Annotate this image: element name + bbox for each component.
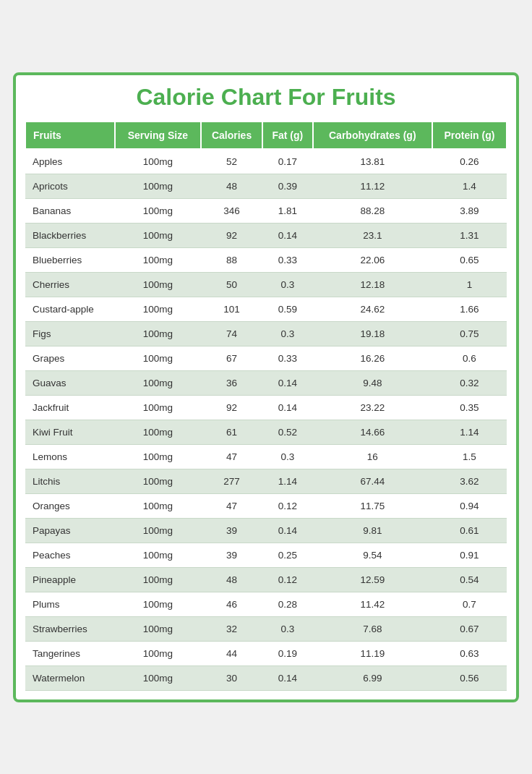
cell-1-2: 48: [201, 174, 262, 198]
cell-12-3: 0.3: [262, 444, 313, 469]
cell-17-2: 48: [201, 567, 262, 592]
column-header-0: Fruits: [25, 122, 115, 149]
cell-12-0: Lemons: [25, 444, 115, 469]
column-header-4: Carbohydrates (g): [313, 122, 432, 149]
cell-0-5: 0.26: [432, 149, 507, 174]
column-header-2: Calories: [201, 122, 262, 149]
cell-5-1: 100mg: [115, 272, 201, 297]
table-body: Apples100mg520.1713.810.26Apricots100mg4…: [25, 149, 507, 691]
cell-11-1: 100mg: [115, 420, 201, 444]
cell-8-2: 67: [201, 346, 262, 370]
cell-17-3: 0.12: [262, 567, 313, 592]
cell-14-4: 11.75: [313, 493, 432, 518]
cell-17-4: 12.59: [313, 567, 432, 592]
cell-16-2: 39: [201, 543, 262, 567]
cell-10-5: 0.35: [432, 395, 507, 420]
cell-12-5: 1.5: [432, 444, 507, 469]
cell-14-0: Oranges: [25, 493, 115, 518]
cell-11-0: Kiwi Fruit: [25, 420, 115, 444]
cell-20-5: 0.63: [432, 641, 507, 665]
cell-19-4: 7.68: [313, 616, 432, 641]
cell-0-4: 13.81: [313, 149, 432, 174]
cell-10-1: 100mg: [115, 395, 201, 420]
cell-9-0: Guavas: [25, 370, 115, 395]
cell-6-4: 24.62: [313, 297, 432, 321]
cell-15-3: 0.14: [262, 518, 313, 543]
table-row: Blackberries100mg920.1423.11.31: [25, 223, 507, 247]
cell-4-1: 100mg: [115, 247, 201, 272]
cell-2-5: 3.89: [432, 198, 507, 223]
cell-0-1: 100mg: [115, 149, 201, 174]
cell-8-1: 100mg: [115, 346, 201, 370]
cell-11-2: 61: [201, 420, 262, 444]
cell-18-1: 100mg: [115, 592, 201, 616]
table-row: Kiwi Fruit100mg610.5214.661.14: [25, 420, 507, 444]
table-row: Litchis100mg2771.1467.443.62: [25, 469, 507, 493]
cell-3-0: Blackberries: [25, 223, 115, 247]
column-header-5: Protein (g): [432, 122, 507, 149]
cell-21-2: 30: [201, 665, 262, 690]
cell-20-2: 44: [201, 641, 262, 665]
page-title: Calorie Chart For Fruits: [25, 84, 507, 111]
cell-19-2: 32: [201, 616, 262, 641]
cell-10-3: 0.14: [262, 395, 313, 420]
cell-9-5: 0.32: [432, 370, 507, 395]
cell-21-3: 0.14: [262, 665, 313, 690]
table-row: Cherries100mg500.312.181: [25, 272, 507, 297]
cell-3-1: 100mg: [115, 223, 201, 247]
cell-13-2: 277: [201, 469, 262, 493]
cell-12-4: 16: [313, 444, 432, 469]
cell-21-4: 6.99: [313, 665, 432, 690]
cell-18-2: 46: [201, 592, 262, 616]
table-row: Tangerines100mg440.1911.190.63: [25, 641, 507, 665]
cell-4-3: 0.33: [262, 247, 313, 272]
cell-16-4: 9.54: [313, 543, 432, 567]
cell-7-3: 0.3: [262, 321, 313, 346]
cell-5-4: 12.18: [313, 272, 432, 297]
cell-21-5: 0.56: [432, 665, 507, 690]
table-row: Papayas100mg390.149.810.61: [25, 518, 507, 543]
cell-4-4: 22.06: [313, 247, 432, 272]
table-row: Bananas100mg3461.8188.283.89: [25, 198, 507, 223]
cell-15-5: 0.61: [432, 518, 507, 543]
cell-2-0: Bananas: [25, 198, 115, 223]
cell-2-1: 100mg: [115, 198, 201, 223]
column-header-3: Fat (g): [262, 122, 313, 149]
table-row: Peaches100mg390.259.540.91: [25, 543, 507, 567]
cell-16-5: 0.91: [432, 543, 507, 567]
cell-2-2: 346: [201, 198, 262, 223]
cell-7-1: 100mg: [115, 321, 201, 346]
cell-2-4: 88.28: [313, 198, 432, 223]
cell-11-4: 14.66: [313, 420, 432, 444]
cell-13-0: Litchis: [25, 469, 115, 493]
cell-15-1: 100mg: [115, 518, 201, 543]
cell-15-0: Papayas: [25, 518, 115, 543]
cell-9-4: 9.48: [313, 370, 432, 395]
cell-0-2: 52: [201, 149, 262, 174]
table-row: Blueberries100mg880.3322.060.65: [25, 247, 507, 272]
cell-3-2: 92: [201, 223, 262, 247]
cell-14-2: 47: [201, 493, 262, 518]
cell-7-0: Figs: [25, 321, 115, 346]
cell-2-3: 1.81: [262, 198, 313, 223]
cell-8-5: 0.6: [432, 346, 507, 370]
cell-20-3: 0.19: [262, 641, 313, 665]
table-row: Watermelon100mg300.146.990.56: [25, 665, 507, 690]
cell-16-3: 0.25: [262, 543, 313, 567]
cell-16-0: Peaches: [25, 543, 115, 567]
cell-11-5: 1.14: [432, 420, 507, 444]
cell-9-1: 100mg: [115, 370, 201, 395]
table-row: Oranges100mg470.1211.750.94: [25, 493, 507, 518]
cell-3-5: 1.31: [432, 223, 507, 247]
cell-10-0: Jackfruit: [25, 395, 115, 420]
cell-18-3: 0.28: [262, 592, 313, 616]
cell-14-3: 0.12: [262, 493, 313, 518]
cell-13-5: 3.62: [432, 469, 507, 493]
calorie-table: FruitsServing SizeCaloriesFat (g)Carbohy…: [25, 121, 507, 691]
chart-container: Calorie Chart For Fruits FruitsServing S…: [13, 72, 519, 702]
cell-20-4: 11.19: [313, 641, 432, 665]
cell-8-4: 16.26: [313, 346, 432, 370]
cell-21-1: 100mg: [115, 665, 201, 690]
cell-5-0: Cherries: [25, 272, 115, 297]
table-row: Apricots100mg480.3911.121.4: [25, 174, 507, 198]
